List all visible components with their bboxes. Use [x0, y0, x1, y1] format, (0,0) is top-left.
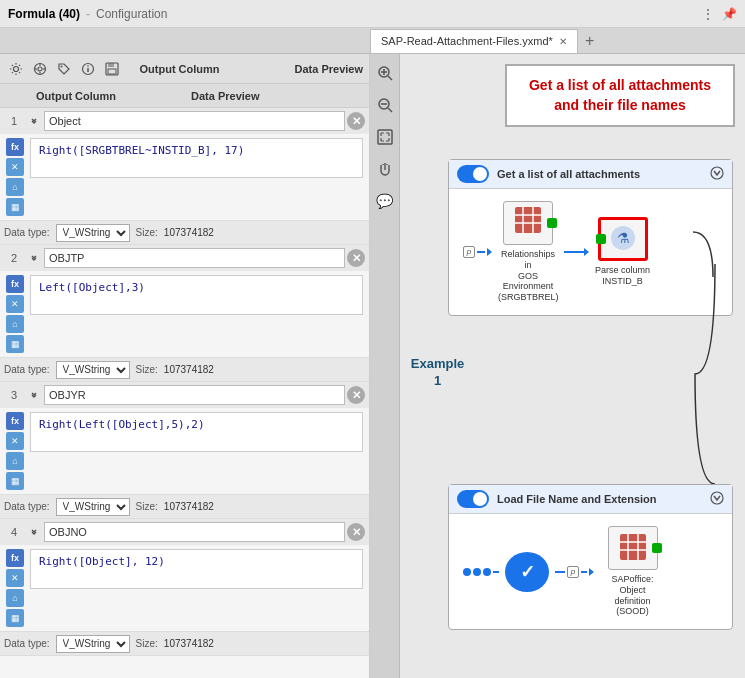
key-icon-3[interactable]: ⌂: [6, 452, 24, 470]
datatype-select-3[interactable]: V_WString: [56, 498, 130, 516]
settings-btn[interactable]: [6, 59, 26, 79]
fit-icon[interactable]: [374, 126, 396, 148]
row-footer-3: Data type: V_WString Size: 107374182: [0, 494, 369, 518]
zoom-in-icon[interactable]: [374, 62, 396, 84]
key-icon-1[interactable]: ⌂: [6, 178, 24, 196]
tab-close-btn[interactable]: ✕: [559, 36, 567, 47]
relationships-label: Relationships inGOS Environment(SRGBTBRE…: [498, 249, 558, 303]
row-expand-2[interactable]: [26, 250, 42, 266]
row-expand-4[interactable]: [26, 524, 42, 540]
formula-expr-4: Right([Object], 12): [35, 553, 169, 570]
size-val-4: 107374182: [164, 638, 214, 649]
size-label-2: Size:: [136, 364, 158, 375]
tab-label: SAP-Read-Attachment-Files.yxmd*: [381, 35, 553, 47]
x-icon-2[interactable]: ✕: [6, 295, 24, 313]
container2-collapse-btn[interactable]: [710, 491, 724, 508]
formula-expr-2: Left([Object],3): [35, 279, 149, 296]
tool-node-sapoffice[interactable]: SAPoffice: Objectdefinition (SOOD): [600, 526, 665, 617]
parse-icon: ⚗: [609, 224, 637, 255]
tag-btn[interactable]: [54, 59, 74, 79]
db-icon-3[interactable]: ▦: [6, 472, 24, 490]
row-delete-1[interactable]: ✕: [347, 112, 365, 130]
key-icon-4[interactable]: ⌂: [6, 589, 24, 607]
row-footer-4: Data type: V_WString Size: 107374182: [0, 631, 369, 655]
parse-icon-box[interactable]: ⚗: [598, 217, 648, 261]
zoom-out-icon[interactable]: [374, 94, 396, 116]
x-icon-1[interactable]: ✕: [6, 158, 24, 176]
hand-icon[interactable]: [374, 158, 396, 180]
svg-text:⚗: ⚗: [616, 230, 629, 246]
row-footer-1: Data type: V_WString Size: 107374182: [0, 220, 369, 244]
row-footer-2: Data type: V_WString Size: 107374182: [0, 357, 369, 381]
svg-point-7: [61, 65, 63, 67]
container1-title: Get a list of all attachments: [497, 168, 702, 180]
formula-row-2: 2 ✕ fx ✕ ⌂ ▦: [0, 245, 369, 382]
more-icon[interactable]: ⋮: [702, 7, 714, 21]
formula-list: 1 ✕ fx ✕ ⌂ ▦: [0, 108, 369, 678]
sapoffice-label: SAPoffice: Objectdefinition (SOOD): [600, 574, 665, 617]
tool-node-relationships[interactable]: Relationships inGOS Environment(SRGBTBRE…: [498, 201, 558, 303]
datatype-label-4: Data type:: [4, 638, 50, 649]
target-btn[interactable]: [30, 59, 50, 79]
workflow-container-2: Load File Name and Extension: [448, 484, 733, 630]
datatype-select-4[interactable]: V_WString: [56, 635, 130, 653]
container1-toggle[interactable]: [457, 165, 489, 183]
sapoffice-icon-box[interactable]: [608, 526, 658, 570]
x-icon-4[interactable]: ✕: [6, 569, 24, 587]
row-name-input-3[interactable]: [44, 385, 345, 405]
top-bar-icons[interactable]: ⋮ 📌: [702, 7, 737, 21]
fx-icon-1[interactable]: fx: [6, 138, 24, 156]
main-layout: Output Column Data Preview Output Column…: [0, 54, 745, 678]
formula-row-1: 1 ✕ fx ✕ ⌂ ▦: [0, 108, 369, 245]
connector-2-p: p: [555, 566, 594, 578]
info-btn[interactable]: [78, 59, 98, 79]
row-delete-2[interactable]: ✕: [347, 249, 365, 267]
app-container: Formula (40) - Configuration ⋮ 📌 SAP-Rea…: [0, 0, 745, 678]
canvas-outer: Get a list of all attachments and their …: [400, 54, 745, 678]
db-icon-2[interactable]: ▦: [6, 335, 24, 353]
svg-rect-23: [515, 207, 541, 233]
connector-1-2: [564, 248, 589, 256]
fx-icon-3[interactable]: fx: [6, 412, 24, 430]
sapoffice-icon: [618, 532, 648, 565]
formula-expr-1: Right([SRGBTBREL~INSTID_B], 17): [35, 142, 248, 159]
parse-label: Parse columnINSTID_B: [595, 265, 650, 287]
row-delete-4[interactable]: ✕: [347, 523, 365, 541]
tool-node-check[interactable]: ✓: [505, 552, 549, 592]
db-icon-1[interactable]: ▦: [6, 198, 24, 216]
row-name-input-1[interactable]: [44, 111, 345, 131]
check-icon-box[interactable]: ✓: [505, 552, 549, 592]
wire-between-containers: [690, 264, 720, 484]
fx-icon-4[interactable]: fx: [6, 549, 24, 567]
new-tab-btn[interactable]: +: [578, 29, 602, 53]
svg-line-15: [388, 76, 392, 80]
svg-rect-21: [378, 130, 392, 144]
row-name-input-4[interactable]: [44, 522, 345, 542]
x-icon-3[interactable]: ✕: [6, 432, 24, 450]
fx-icon-2[interactable]: fx: [6, 275, 24, 293]
row-expand-3[interactable]: [26, 387, 42, 403]
check-icon: ✓: [520, 561, 535, 583]
tool-node-parse[interactable]: ⚗ Parse columnINSTID_B: [595, 217, 650, 287]
svg-point-30: [711, 492, 723, 504]
svg-rect-13: [108, 69, 116, 74]
container2-toggle[interactable]: [457, 490, 489, 508]
active-tab[interactable]: SAP-Read-Attachment-Files.yxmd* ✕: [370, 29, 578, 53]
size-val-3: 107374182: [164, 501, 214, 512]
datatype-select-1[interactable]: V_WString: [56, 224, 130, 242]
container1-collapse-btn[interactable]: [710, 166, 724, 183]
tab-bar: SAP-Read-Attachment-Files.yxmd* ✕ +: [0, 28, 745, 54]
row-delete-3[interactable]: ✕: [347, 386, 365, 404]
comment-icon[interactable]: 💬: [374, 190, 396, 212]
row-name-input-2[interactable]: [44, 248, 345, 268]
save-btn[interactable]: [102, 59, 122, 79]
relationships-icon-box[interactable]: [503, 201, 553, 245]
key-icon-2[interactable]: ⌂: [6, 315, 24, 333]
db-icon-4[interactable]: ▦: [6, 609, 24, 627]
datatype-select-2[interactable]: V_WString: [56, 361, 130, 379]
pin-icon[interactable]: 📌: [722, 7, 737, 21]
row-expand-1[interactable]: [26, 113, 42, 129]
svg-point-2: [38, 67, 42, 71]
size-label-4: Size:: [136, 638, 158, 649]
annotation-box: Get a list of all attachments and their …: [505, 64, 735, 127]
